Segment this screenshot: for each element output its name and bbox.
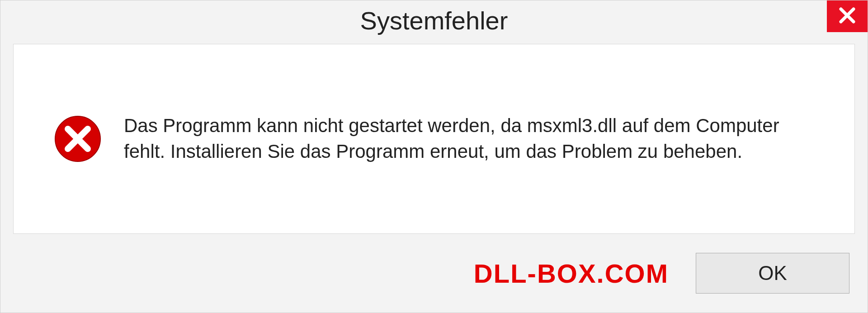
error-dialog: Systemfehler Das Programm kann nicht ges… — [0, 0, 868, 313]
content-panel: Das Programm kann nicht gestartet werden… — [13, 44, 855, 234]
watermark-text: DLL-BOX.COM — [474, 258, 669, 289]
ok-button[interactable]: OK — [696, 253, 849, 294]
error-icon — [54, 115, 101, 162]
dialog-title: Systemfehler — [360, 6, 508, 35]
titlebar: Systemfehler — [0, 0, 868, 40]
close-icon — [838, 6, 856, 26]
dialog-footer: DLL-BOX.COM OK — [0, 234, 868, 313]
close-button[interactable] — [827, 0, 868, 32]
error-message: Das Programm kann nicht gestartet werden… — [124, 113, 793, 164]
